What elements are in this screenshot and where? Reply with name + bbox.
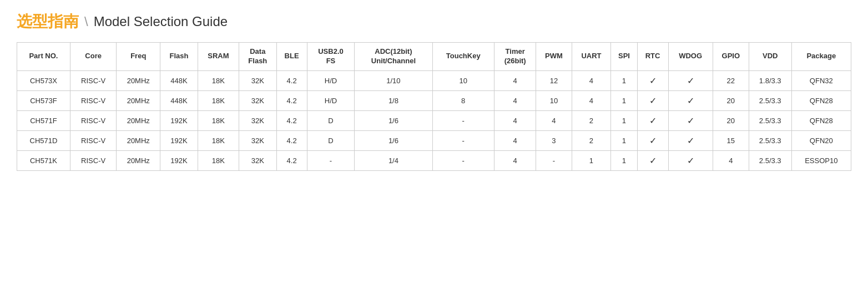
column-header: TouchKey xyxy=(432,43,494,71)
cell-core: RISC-V xyxy=(70,130,116,150)
table-row: CH573FRISC-V20MHz448K18K32K4.2H/D1/88410… xyxy=(17,90,851,110)
cell-timer: 4 xyxy=(494,110,536,130)
column-header: Timer(26bit) xyxy=(494,43,536,71)
cell-freq: 20MHz xyxy=(117,110,160,130)
cell-spi: 1 xyxy=(611,90,637,110)
checkmark-icon: ✓ xyxy=(687,116,694,125)
cell-rtc: ✓ xyxy=(637,130,668,150)
cell-freq: 20MHz xyxy=(117,150,160,170)
cell-partno: CH571D xyxy=(17,130,70,150)
cell-adc: 1/6 xyxy=(355,110,432,130)
cell-dataflash: 32K xyxy=(239,150,277,170)
cell-touchkey: - xyxy=(432,130,494,150)
cell-usb: H/D xyxy=(307,90,355,110)
cell-partno: CH571F xyxy=(17,110,70,130)
column-header: Freq xyxy=(117,43,160,71)
cell-freq: 20MHz xyxy=(117,70,160,90)
cell-uart: 2 xyxy=(572,130,611,150)
column-header: WDOG xyxy=(668,43,713,71)
checkmark-icon: ✓ xyxy=(649,136,657,145)
checkmark-icon: ✓ xyxy=(687,76,694,85)
cell-uart: 4 xyxy=(572,90,611,110)
cell-touchkey: - xyxy=(432,110,494,130)
cell-partno: CH573X xyxy=(17,70,70,90)
checkmark-icon: ✓ xyxy=(687,156,694,165)
cell-vdd: 2.5/3.3 xyxy=(749,110,791,130)
cell-dataflash: 32K xyxy=(239,130,277,150)
cell-flash: 448K xyxy=(160,90,198,110)
cell-adc: 1/4 xyxy=(355,150,432,170)
cell-vdd: 2.5/3.3 xyxy=(749,90,791,110)
cell-wdog: ✓ xyxy=(668,110,713,130)
column-header: GPIO xyxy=(713,43,749,71)
cell-ble: 4.2 xyxy=(276,110,307,130)
cell-sram: 18K xyxy=(198,90,239,110)
column-header: RTC xyxy=(637,43,668,71)
cell-rtc: ✓ xyxy=(637,90,668,110)
column-header: ADC(12bit)Unit/Channel xyxy=(355,43,432,71)
cell-usb: D xyxy=(307,110,355,130)
column-header: USB2.0FS xyxy=(307,43,355,71)
cell-ble: 4.2 xyxy=(276,70,307,90)
cell-wdog: ✓ xyxy=(668,70,713,90)
column-header: DataFlash xyxy=(239,43,277,71)
cell-touchkey: - xyxy=(432,150,494,170)
column-header: Package xyxy=(791,43,851,71)
cell-ble: 4.2 xyxy=(276,150,307,170)
checkmark-icon: ✓ xyxy=(649,156,657,165)
column-header: Part NO. xyxy=(17,43,70,71)
cell-flash: 448K xyxy=(160,70,198,90)
cell-vdd: 1.8/3.3 xyxy=(749,70,791,90)
cell-adc: 1/6 xyxy=(355,130,432,150)
cell-ble: 4.2 xyxy=(276,130,307,150)
cell-sram: 18K xyxy=(198,110,239,130)
cell-gpio: 20 xyxy=(713,110,749,130)
cell-freq: 20MHz xyxy=(117,130,160,150)
cell-usb: D xyxy=(307,130,355,150)
cell-sram: 18K xyxy=(198,150,239,170)
table-row: CH571FRISC-V20MHz192K18K32K4.2D1/6-4421✓… xyxy=(17,110,851,130)
title-english: Model Selection Guide xyxy=(94,14,228,29)
cell-timer: 4 xyxy=(494,90,536,110)
cell-touchkey: 8 xyxy=(432,90,494,110)
cell-partno: CH573F xyxy=(17,90,70,110)
checkmark-icon: ✓ xyxy=(649,96,657,105)
title-chinese: 选型指南 xyxy=(17,11,79,32)
cell-wdog: ✓ xyxy=(668,130,713,150)
cell-gpio: 22 xyxy=(713,70,749,90)
cell-gpio: 20 xyxy=(713,90,749,110)
model-selection-table: Part NO.CoreFreqFlashSRAMDataFlashBLEUSB… xyxy=(17,42,851,171)
cell-spi: 1 xyxy=(611,70,637,90)
cell-timer: 4 xyxy=(494,150,536,170)
cell-timer: 4 xyxy=(494,130,536,150)
cell-uart: 4 xyxy=(572,70,611,90)
cell-pwm: 12 xyxy=(536,70,572,90)
cell-rtc: ✓ xyxy=(637,110,668,130)
cell-package: QFN20 xyxy=(791,130,851,150)
table-row: CH571KRISC-V20MHz192K18K32K4.2-1/4-4-11✓… xyxy=(17,150,851,170)
cell-package: QFN32 xyxy=(791,70,851,90)
checkmark-icon: ✓ xyxy=(649,76,657,85)
page-title: 选型指南 \ Model Selection Guide xyxy=(17,11,851,32)
cell-gpio: 4 xyxy=(713,150,749,170)
cell-sram: 18K xyxy=(198,70,239,90)
table-row: CH573XRISC-V20MHz448K18K32K4.2H/D1/10104… xyxy=(17,70,851,90)
table-row: CH571DRISC-V20MHz192K18K32K4.2D1/6-4321✓… xyxy=(17,130,851,150)
cell-package: ESSOP10 xyxy=(791,150,851,170)
cell-core: RISC-V xyxy=(70,110,116,130)
cell-wdog: ✓ xyxy=(668,150,713,170)
column-header: BLE xyxy=(276,43,307,71)
cell-core: RISC-V xyxy=(70,150,116,170)
cell-dataflash: 32K xyxy=(239,70,277,90)
cell-flash: 192K xyxy=(160,110,198,130)
cell-usb: - xyxy=(307,150,355,170)
cell-flash: 192K xyxy=(160,150,198,170)
column-header: UART xyxy=(572,43,611,71)
cell-rtc: ✓ xyxy=(637,150,668,170)
cell-pwm: 3 xyxy=(536,130,572,150)
cell-ble: 4.2 xyxy=(276,90,307,110)
cell-uart: 1 xyxy=(572,150,611,170)
cell-uart: 2 xyxy=(572,110,611,130)
column-header: SPI xyxy=(611,43,637,71)
checkmark-icon: ✓ xyxy=(649,116,657,125)
